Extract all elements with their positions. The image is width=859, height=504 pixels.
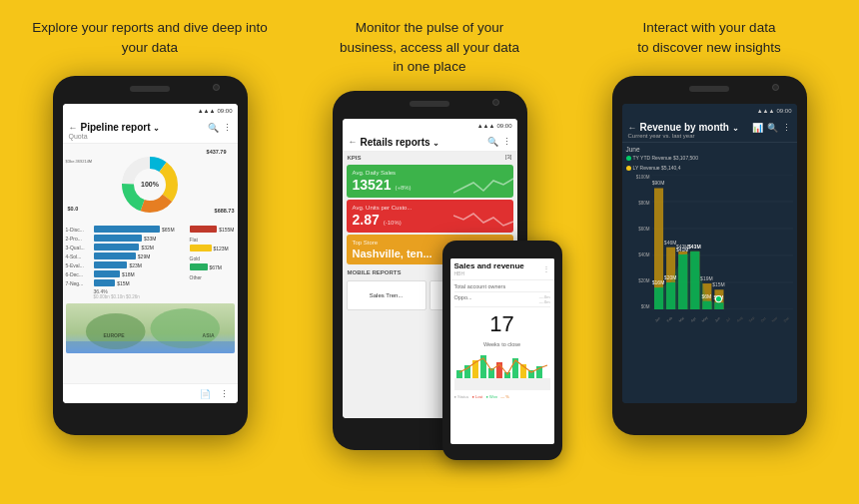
donut-area: 100% $437.79 $688.73 $0.0 $3be.369214M — [66, 147, 235, 222]
header-title-1: Pipeline report ⌄ — [81, 122, 161, 133]
chart-icon-3[interactable]: 📊 — [752, 123, 763, 133]
column-3: Interact with your datato discover new i… — [579, 18, 839, 435]
phone-camera-1 — [213, 84, 220, 91]
status-bar-3: ▲▲▲ 09:00 — [622, 104, 797, 118]
svg-text:100%: 100% — [141, 181, 160, 188]
y-label-80: $80M — [626, 201, 650, 206]
y-label-40: $40M — [626, 252, 650, 257]
column-1: Explore your reports and dive deep into … — [20, 18, 280, 435]
header-sub-1: Quota — [69, 133, 232, 140]
chart-plot: $90M $46M $43M $43M $19M $15M $16M $20M … — [652, 175, 793, 309]
app-header-2: ← Retails reports ⌄ 🔍 ⋮ — [343, 133, 517, 152]
x-jan: Jan — [654, 316, 661, 323]
back-arrow-1[interactable]: ← — [69, 123, 78, 133]
svg-text:$46M: $46M — [663, 240, 676, 246]
screen3-content: June TY YTD Revenue $3,107,500 LY Revenu… — [622, 143, 797, 403]
phone-camera-2 — [492, 99, 499, 106]
svg-text:$43M: $43M — [688, 244, 701, 250]
svg-text:$19M: $19M — [700, 275, 713, 281]
overlay-week-label: Weeks to close — [454, 341, 550, 347]
kpi-card-daily-sales[interactable]: Avg. Daily Sales 13521 (+8%) — [347, 165, 513, 198]
svg-text:$20M: $20M — [663, 274, 676, 280]
app-header-3: ← Revenue by month ⌄ 📊 🔍 ⋮ Current year … — [622, 118, 797, 143]
legend-dot-ly — [626, 166, 631, 171]
caption-2: Monitor the pulse of yourbusiness, acces… — [340, 18, 519, 77]
status-bar-2: ▲▲▲ 09:00 — [343, 119, 517, 133]
search-icon-2[interactable]: 🔍 — [487, 137, 498, 147]
x-may: May — [701, 315, 709, 323]
legend-ly: LY Revenue $5,140,4 — [626, 165, 681, 171]
header-title-3: Revenue by month ⌄ — [640, 122, 739, 133]
bar-section: 1-Disc...$65M 2-Pro...$33M 3-Qual...$32M… — [66, 226, 235, 299]
x-apr: Apr — [690, 316, 697, 323]
kpi-card-units[interactable]: Avg. Units per Custo... 2.87 (-10%) — [347, 200, 513, 233]
x-mar: Mar — [678, 316, 685, 323]
svg-point-52 — [715, 296, 721, 302]
more-icon-2[interactable]: ⋮ — [502, 137, 511, 147]
phone-2: ▲▲▲ 09:00 ← Retails reports ⌄ 🔍 ⋮ — [333, 91, 527, 450]
price-top: $437.79 — [207, 149, 227, 155]
chart-area: $100M $80M $60M $40M $20M $0M — [626, 175, 793, 324]
kpi-value-1: 13521 — [353, 178, 392, 193]
x-dec: Dec — [783, 316, 790, 323]
bottom-bar-1: 📄 ⋮ — [63, 383, 238, 403]
back-arrow-3[interactable]: ← — [628, 123, 637, 133]
more-icon-1[interactable]: ⋮ — [223, 123, 232, 133]
status-bar-1: ▲▲▲ 09:00 — [63, 104, 238, 118]
more-icon-3[interactable]: ⋮ — [782, 123, 791, 133]
svg-text:$15M: $15M — [712, 281, 725, 287]
svg-rect-9 — [454, 378, 550, 390]
phone-3: ▲▲▲ 09:00 ← Revenue by month ⌄ 📊 🔍 ⋮ — [612, 76, 807, 435]
overlay-more[interactable]: ⋮ — [542, 264, 550, 273]
doc-icon[interactable]: 📄 — [199, 387, 213, 401]
report-thumb-1[interactable]: Sales Tren... — [347, 280, 427, 310]
legend-label-ty: TY YTD Revenue $3,107,500 — [633, 155, 698, 161]
more-bottom-icon[interactable]: ⋮ — [218, 387, 232, 401]
x-jun: Jun — [714, 316, 721, 323]
x-nov: Nov — [771, 316, 778, 323]
back-arrow-2[interactable]: ← — [349, 137, 358, 147]
x-jul: Jul — [725, 317, 731, 323]
x-feb: Feb — [666, 316, 673, 323]
search-icon-3[interactable]: 🔍 — [767, 123, 778, 133]
y-axis: $100M $80M $60M $40M $20M $0M — [626, 175, 650, 309]
overlay-chart — [454, 350, 550, 390]
legend-label-ly: LY Revenue $5,140,4 — [633, 165, 681, 171]
price-left: $0.0 — [68, 206, 79, 212]
svg-text:$6M: $6M — [701, 293, 711, 299]
y-label-20: $20M — [626, 278, 650, 283]
map-asia: ASIA — [203, 332, 215, 338]
map-europe: EUROPE — [104, 332, 125, 338]
search-icon-1[interactable]: 🔍 — [208, 123, 219, 133]
svg-text:$16M: $16M — [652, 279, 664, 285]
legend-row-2: LY Revenue $5,140,4 — [626, 165, 793, 171]
caption-1: Explore your reports and dive deep into … — [20, 18, 280, 62]
header-sub-3: Current year vs. last year — [628, 133, 791, 139]
svg-text:$90M: $90M — [652, 180, 664, 186]
x-axis: Jan Feb Mar Apr May Jun Jul Aug Sep Oct … — [652, 320, 793, 324]
phone-1: ▲▲▲ 09:00 ← Pipeline report ⌄ 🔍 ⋮ — [53, 76, 248, 435]
x-oct: Oct — [760, 316, 767, 323]
y-label-60: $60M — [626, 227, 650, 232]
column-2: Monitor the pulse of yourbusiness, acces… — [300, 18, 559, 450]
screen-1: ▲▲▲ 09:00 ← Pipeline report ⌄ 🔍 ⋮ — [63, 104, 238, 403]
price-right: $688.73 — [215, 208, 235, 214]
revenue-chart: $90M $46M $43M $43M $19M $15M $16M $20M … — [652, 175, 793, 309]
overlay-phone: Sales and revenue HBH ⋮ Total account ow… — [442, 241, 562, 460]
legend-row: TY YTD Revenue $3,107,500 — [626, 155, 793, 161]
right-bars: $155M Flat $123M Gold $67M Other — [190, 226, 235, 299]
svg-rect-8 — [66, 341, 235, 353]
screen1-content: 100% $437.79 $688.73 $0.0 $3be.369214M 1… — [63, 144, 238, 383]
sparkline-2 — [453, 208, 513, 233]
header-title-2: Retails reports ⌄ — [361, 137, 440, 148]
price-mid: $3be.369214M — [66, 159, 93, 164]
kpi-change-1: (+8%) — [395, 185, 411, 191]
legend-dot-ty — [626, 156, 631, 161]
map-area: EUROPE ASIA — [66, 303, 235, 353]
overlay-section1: Total account owners — [454, 283, 550, 292]
legend-ty: TY YTD Revenue $3,107,500 — [626, 155, 698, 161]
caption-3: Interact with your datato discover new i… — [637, 18, 780, 62]
screen-3: ▲▲▲ 09:00 ← Revenue by month ⌄ 📊 🔍 ⋮ — [622, 104, 797, 403]
phone-camera-3 — [772, 84, 779, 91]
kpis-label: KPIS — [343, 152, 367, 163]
